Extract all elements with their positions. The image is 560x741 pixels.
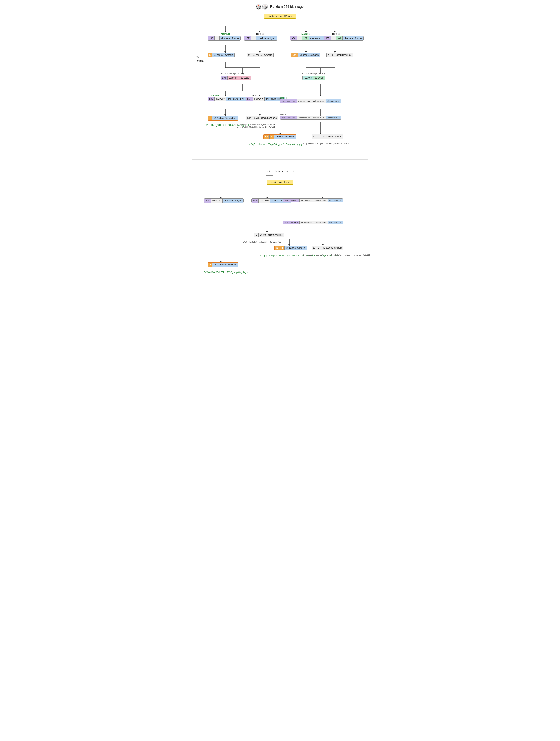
dice-icon: 🎲🎲 <box>255 4 268 10</box>
p2sh-testnet-prefix: 2 <box>254 233 259 237</box>
testnet-compressed-row: xEF ... x01 checksum 4 bytes <box>324 36 364 41</box>
mainnet-label-2: Mainnet <box>291 32 321 35</box>
cell-hash160-1: hash160 <box>215 97 226 101</box>
bech32-main-label: 39 base32 symbols <box>274 135 296 139</box>
bitcoin-script-bytes-box: Bitcoin script bytes <box>267 180 293 185</box>
p2wsh-testnet-box: tb 1 59 base32 symbols <box>312 246 344 250</box>
addr-bech32-mainnet: bc1q6dsxtawwvsy33qgw74rjppu9z6dngnq8tegg… <box>249 142 303 146</box>
wif-9-label: 50 base58 symbols <box>251 53 273 57</box>
header: 🎲🎲 Random 256 bit integer <box>192 4 368 10</box>
wif-lk-box: L/K 51 base58 symbols <box>291 53 320 57</box>
p2sh-testnet-label: 25-33 base58 symbols <box>259 233 284 237</box>
cell-witness-ver-1: witness version <box>297 99 311 103</box>
cell-dots-1: ... <box>215 36 220 41</box>
wif-lk-label: 51 base58 symbols <box>298 53 320 57</box>
wif-9-prefix: 9 <box>247 53 251 57</box>
bech32-mainnet-box: bc 1 39 base32 symbols <box>263 134 296 139</box>
mainnet-hash-label: Mainnet <box>210 94 220 97</box>
cell-checksum-hash-1: checksum 4 bytes <box>226 97 247 101</box>
cell-32bytes-1: 32 bytes <box>228 76 239 80</box>
p2pkh-mainnet-box: 1 25-33 base58 symbols <box>208 116 238 121</box>
addr-p2sh-testnet: 2Mu8y4mm4oF78yppDbUAAEwyBEPezrx7CLh <box>243 241 282 243</box>
addr-p2pkh-testnet: n15DJ7nGF2f3hKicD1HbCNgRVUVut34d6C musf8… <box>238 123 275 128</box>
cell-xc4: xC4 <box>252 199 259 203</box>
bech32-test-1: 1 <box>317 134 321 139</box>
cell-x6f: x6F <box>246 97 253 101</box>
cell-checksum-1: checksum 4 bytes <box>220 36 240 41</box>
bech32-test-label: 39 base32 symbols <box>321 134 343 139</box>
cell-script-segwit-prefix-test: x03x03x00x14x02 <box>283 221 300 224</box>
p2wsh-main-bc: bc <box>274 246 280 250</box>
mainnet-label-1: Mainnet <box>213 32 238 35</box>
wif-9-box: 9 50 base58 symbols <box>247 53 273 57</box>
bech32-test-tb: tb <box>312 134 317 139</box>
cell-x02x03: x02/x03 <box>303 76 313 80</box>
p2pkh-testnet-prefix: n/m <box>246 116 253 120</box>
cell-script-segwit-prefix-main: x03x03x00x02x03 <box>283 199 300 202</box>
cell-witness-ver-2: witness version <box>297 116 311 120</box>
cell-dots-2: ... <box>251 36 256 41</box>
cell-checksum30-2: checksum 30 bit <box>326 116 341 120</box>
testnet-hash-label: Testnet <box>250 94 257 97</box>
wif-c-box: c 51 base58 symbols <box>326 53 353 57</box>
script-bytes-node: Bitcoin script bytes <box>192 180 368 185</box>
mainnet-segwit-row: Mainnet x03x03x00x02x03 witness version … <box>280 97 341 103</box>
p2sh-mainnet-label: 25-33 base58 symbols <box>212 263 238 267</box>
p2sh-testnet-box: 2 25-33 base58 symbols <box>254 233 284 237</box>
uncompressed-pk-row: x04 32 bytes 32 bytes <box>221 76 251 80</box>
script-file-icon: </> <box>266 167 273 176</box>
p2wsh-mainnet-box: bc 1 59 base32 symbols <box>274 246 307 251</box>
compressed-pk-row: x02/x03 32 bytes <box>302 76 325 80</box>
mainnet-uncompressed-row: x80 ... checksum 4 bytes <box>208 36 241 41</box>
cell-checksum-4: checksum 4 bytes <box>343 36 363 41</box>
cell-x00: x00 <box>208 97 215 101</box>
wif-5-label: 50 base58 symbols <box>212 53 234 57</box>
cell-32bytes-c: 32 bytes <box>313 76 325 80</box>
cell-checksum30-script-main: checksum 30 bit <box>328 199 343 202</box>
cell-x01: x01 <box>302 36 309 41</box>
x6f-hash-row: x6F hash160 checksum 4 bytes <box>246 97 286 101</box>
cell-checksum-2: checksum 4 bytes <box>256 36 277 41</box>
cell-checksum30-1: checksum 30 bit <box>326 99 341 103</box>
cell-checksum30-script-test: checksum 30 bit <box>328 221 343 224</box>
script-segwit-test-row: x03x03x00x14x02 witness version sha256 b… <box>283 221 343 224</box>
script-segwit-main-row: x03x03x00x02x03 witness version sha256 b… <box>283 198 343 202</box>
private-key-box: Private key raw 32 bytes <box>264 13 296 18</box>
cell-x04: x04 <box>221 76 228 80</box>
x00-hash-row: x00 hash160 checksum 4 bytes <box>208 97 247 101</box>
bitcoin-script-title: Bitcoin script <box>275 170 294 174</box>
cell-hash160-base5-1: hash160 base5 <box>311 99 326 103</box>
wif-5-box: 5 50 base58 symbols <box>208 53 235 57</box>
p2sh-mainnet-box: 3 25-33 base58 symbols <box>208 262 238 267</box>
cell-hash160-xc4: hash160 <box>259 199 270 203</box>
testnet-uncompressed-row: xEF ... checksum 4 bytes <box>244 36 277 41</box>
x05-hash-row: x05 hash160 checksum 4 bytes <box>204 198 244 203</box>
addr-bech32-testnet: tb1qw508d6qejxtdg4W5r3zarvaryOc5xw7kxpjz… <box>302 142 349 145</box>
cell-hash160-x05: hash160 <box>211 199 223 203</box>
testnet-label-2: Testnet <box>326 32 345 35</box>
bech32-main-bc: bc <box>264 135 269 139</box>
cell-x05: x05 <box>204 199 211 203</box>
script-section-header: </> Bitcoin script <box>192 167 368 176</box>
p2wsh-test-tb: tb <box>312 246 317 250</box>
cell-x80: x80 <box>208 36 215 41</box>
page-title: Random 256 bit integer <box>270 5 305 9</box>
compressed-pk-label: Compressed public key <box>302 72 325 75</box>
cell-x01-t: x01 <box>336 36 343 41</box>
p2wsh-test-label: 59 base32 symbols <box>321 246 343 250</box>
p2wsh-main-label: 59 base32 symbols <box>285 246 307 250</box>
cell-xef-c: xEF <box>324 36 331 41</box>
p2pkh-mainnet-label: 25-33 base58 symbols <box>212 116 238 120</box>
bech32-testnet-box: tb 1 39 base32 symbols <box>312 134 344 139</box>
cell-dots-3: ... <box>297 36 302 41</box>
cell-sha256-base5-main: sha256 base5 <box>314 199 328 202</box>
testnet-label-1: Testnet <box>250 32 269 35</box>
page-container: 🎲🎲 Random 256 bit integer Private key ra… <box>192 4 368 284</box>
cell-script-witness-test: witness version <box>300 221 314 224</box>
private-key-node: Private key raw 32 bytes <box>192 13 368 18</box>
wif-5-prefix: 5 <box>208 53 212 57</box>
testnet-segwit-label: Testnet <box>280 113 341 116</box>
p2sh-mainnet-prefix: 3 <box>208 263 212 267</box>
testnet-segwit-row: Testnet x03x03x00x14x02 witness version … <box>280 113 341 120</box>
p2pkh-mainnet-prefix: 1 <box>208 116 212 120</box>
